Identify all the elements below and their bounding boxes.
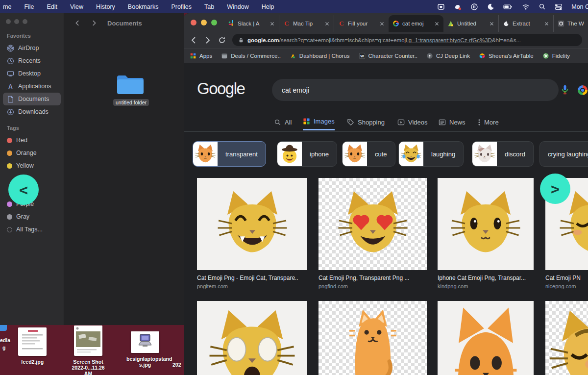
moon-icon[interactable] — [487, 3, 494, 10]
close-tab-icon[interactable] — [489, 21, 494, 26]
desktop-file-besignlaptopstand[interactable]: besignlaptopstands.jpg — [126, 331, 164, 368]
chip-iphone[interactable]: iphone — [277, 141, 337, 167]
menu-item-window[interactable]: Window — [227, 3, 248, 10]
menu-item-file[interactable]: File — [24, 3, 34, 10]
menu-clock[interactable]: Mon Oc — [571, 3, 588, 10]
google-lens-icon[interactable] — [578, 85, 588, 95]
filter-tab-images[interactable]: Images — [303, 114, 335, 130]
result-caption[interactable]: Cat Emoji Png, Transparent Png ...pngfin… — [318, 274, 446, 291]
bookmark-deals-commerce-[interactable]: Deals / Commerce.. — [221, 52, 281, 59]
menu-item-tab[interactable]: Tab — [204, 3, 214, 10]
zoom-window-icon[interactable] — [211, 20, 217, 25]
chrome-window-controls[interactable] — [184, 20, 224, 25]
result-title[interactable]: Iphone Cat Emoji Png, Transpar... — [438, 274, 553, 282]
filter-tab-videos[interactable]: Videos — [397, 114, 428, 130]
sidebar-tag-all-tags-[interactable]: All Tags... — [3, 223, 61, 236]
sidebar-tag-gray[interactable]: Gray — [3, 210, 61, 223]
sidebar-tag-orange[interactable]: Orange — [3, 147, 61, 159]
sidebar-item-documents[interactable]: Documents — [3, 93, 61, 105]
close-window-icon[interactable] — [6, 19, 11, 24]
sidebar-tag-red[interactable]: Red — [3, 134, 61, 147]
menu-item-profiles[interactable]: Profiles — [171, 3, 192, 10]
next-circle-button[interactable]: > — [540, 174, 570, 204]
browser-tab-cat-emoj[interactable]: cat emoj — [389, 15, 443, 32]
browser-tab-slack-a[interactable]: Slack | A — [224, 15, 279, 32]
sidebar-item-applications[interactable]: AApplications — [3, 80, 61, 93]
finder-forward-icon[interactable] — [91, 20, 98, 26]
chip-transparent[interactable]: transparent — [193, 141, 266, 167]
result-title[interactable]: Cat Emoji PN — [545, 274, 588, 282]
menu-item-bookmarks[interactable]: Bookmarks — [128, 3, 159, 10]
sidebar-item-downloads[interactable]: Downloads — [3, 105, 61, 118]
result-domain[interactable]: nicepng.com — [545, 282, 588, 291]
menu-item-help[interactable]: Help — [262, 3, 274, 10]
result-image-grin-cat[interactable] — [197, 178, 307, 270]
filter-tab-more[interactable]: More — [478, 114, 499, 130]
zoom-window-icon[interactable] — [23, 19, 27, 24]
untitled-folder[interactable]: untitled folder — [113, 73, 147, 106]
pause-circle-icon[interactable] — [470, 3, 478, 11]
result-image-plain-cat[interactable] — [438, 178, 534, 270]
result-image-heart-cat[interactable] — [318, 178, 427, 270]
bookmark-dashboard-chorus[interactable]: Dashboard | Chorus — [290, 52, 350, 59]
result-domain[interactable]: pngitem.com — [197, 282, 327, 291]
microphone-icon[interactable] — [560, 84, 570, 97]
close-tab-icon[interactable] — [544, 21, 549, 26]
close-tab-icon[interactable] — [379, 21, 385, 26]
close-window-icon[interactable] — [191, 20, 196, 25]
chip-crying-laughing[interactable]: crying laughing — [539, 141, 588, 167]
finder-back-icon[interactable] — [74, 20, 81, 26]
result-image-orangehead-cat[interactable] — [438, 301, 534, 375]
minimize-window-icon[interactable] — [201, 20, 207, 25]
chip-cute[interactable]: cute — [342, 141, 395, 167]
browser-tab-mac-tip[interactable]: CMac Tip — [279, 15, 334, 32]
search-icon[interactable] — [539, 3, 546, 10]
result-caption[interactable]: Cat Emoji Png - Emoji Cat, Transpare..pn… — [197, 274, 327, 291]
bookmark-apps[interactable]: Apps — [190, 52, 212, 59]
result-domain[interactable]: pngfind.com — [318, 282, 446, 291]
google-logo[interactable]: Google — [197, 79, 245, 98]
menu-item-me[interactable]: me — [3, 3, 11, 10]
menu-item-view[interactable]: View — [70, 3, 83, 10]
close-tab-icon[interactable] — [434, 21, 440, 26]
search-box[interactable]: cat emoji — [272, 79, 559, 101]
result-image-scream-cat[interactable] — [197, 301, 307, 375]
bookmark-character-counter-[interactable]: WCharacter Counter.. — [359, 52, 417, 59]
bookmark-cj-deep-link[interactable]: CJ Deep Link — [426, 52, 470, 59]
window-controls[interactable] — [0, 19, 64, 24]
url-bar[interactable]: google.com/search?q=cat+emoji&tbm=isch&c… — [232, 34, 582, 46]
bookmark-fidelity[interactable]: Fidelity — [542, 52, 570, 59]
result-title[interactable]: Cat Emoji Png, Transparent Png ... — [318, 274, 446, 282]
forward-icon[interactable] — [204, 36, 212, 44]
menu-item-edit[interactable]: Edit — [47, 3, 58, 10]
display-icon[interactable] — [437, 3, 445, 11]
close-tab-icon[interactable] — [324, 21, 330, 26]
wifi-icon[interactable] — [522, 3, 530, 10]
filter-tab-news[interactable]: News — [439, 114, 466, 130]
sidebar-item-airdrop[interactable]: AirDrop — [3, 42, 61, 54]
browser-tab-untitled[interactable]: Untitled — [443, 15, 498, 32]
chip-discord[interactable]: discord — [472, 141, 534, 167]
filter-tab-shopping[interactable]: Shopping — [347, 114, 385, 130]
desktop-file-screen-shot[interactable]: Screen Shot2022-0...11.26 AM — [70, 325, 107, 375]
sidebar-item-recents[interactable]: Recents — [3, 54, 61, 67]
desktop-file-feed2-jpg[interactable]: feed2.jpg — [15, 327, 50, 365]
result-caption[interactable]: Cat Emoji PNnicepng.com — [545, 274, 588, 291]
battery-icon[interactable] — [503, 3, 513, 10]
back-icon[interactable] — [190, 36, 197, 44]
result-caption[interactable]: Iphone Cat Emoji Png, Transpar...kindpng… — [438, 274, 553, 291]
menu-item-history[interactable]: History — [96, 3, 115, 10]
close-tab-icon[interactable] — [270, 21, 275, 26]
prev-circle-button[interactable]: < — [8, 175, 39, 205]
control-center-icon[interactable] — [555, 3, 563, 11]
chip-laughing[interactable]: laughing — [398, 141, 464, 167]
result-image-stripe-cat[interactable] — [545, 301, 588, 375]
browser-tab-extract[interactable]: Extract — [498, 15, 553, 32]
sidebar-item-desktop[interactable]: Desktop — [3, 67, 61, 80]
filter-tab-all[interactable]: All — [274, 114, 292, 130]
bird-notification-icon[interactable] — [454, 3, 462, 11]
result-image-sit-cat[interactable] — [318, 301, 427, 375]
bookmark-sheena-s-airtable[interactable]: Sheena's AirTable — [479, 52, 534, 59]
result-domain[interactable]: kindpng.com — [438, 282, 553, 291]
sidebar-tag-yellow[interactable]: Yellow — [3, 159, 61, 172]
